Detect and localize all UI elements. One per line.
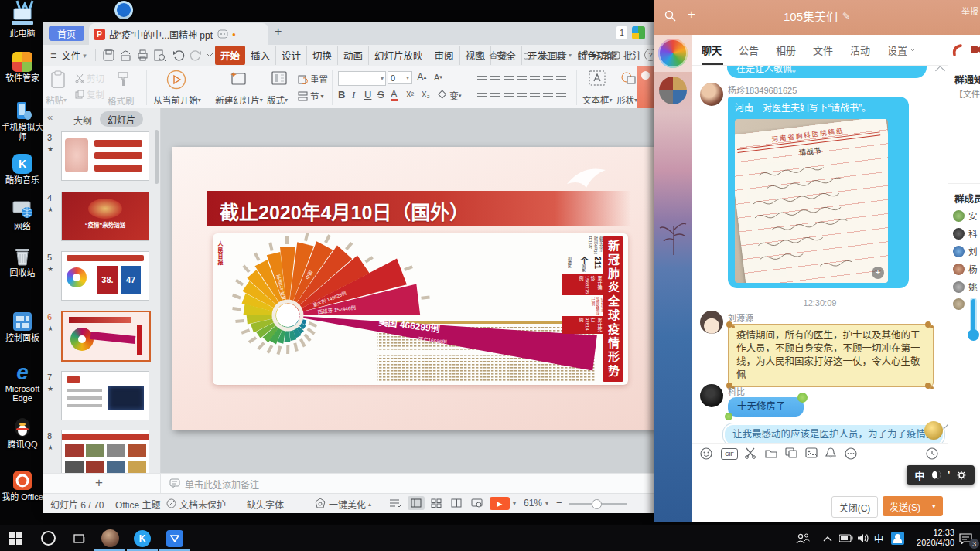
format-painter-label[interactable]: 格式刷 [108, 94, 135, 107]
textbox-icon[interactable] [589, 70, 606, 86]
voice-call-icon[interactable] [951, 43, 966, 58]
infographic-card[interactable]: 美国 466299例 死亡16686例 西班牙 152446例 意大利 1436… [213, 233, 628, 385]
screen-share-icon[interactable] [785, 447, 797, 458]
reading-view-button[interactable] [451, 498, 462, 508]
report-link[interactable]: 举报 [961, 5, 978, 17]
play-from-current-icon[interactable] [166, 70, 186, 90]
normal-view-button[interactable] [408, 496, 425, 510]
add-slide-button[interactable]: + [95, 475, 103, 491]
toolbar-more-icon[interactable] [206, 53, 213, 58]
missing-font-status[interactable]: 缺失字体 [247, 498, 284, 511]
format-painter-icon[interactable] [116, 71, 130, 87]
slide-sorter-view-button[interactable] [431, 498, 442, 508]
desktop-icon-kugou[interactable]: K 酷狗音乐 [1, 153, 44, 185]
screenshot-scissors-icon[interactable] [744, 447, 756, 459]
reset-button[interactable]: 重置 [298, 73, 328, 85]
print-icon[interactable] [137, 49, 149, 61]
new-slide-label[interactable]: 新建幻灯片▾ [214, 94, 264, 106]
collapse-panel-button[interactable]: « [47, 111, 53, 123]
play-from-current-label[interactable]: 从当前开始▾ [149, 94, 205, 106]
ribbon-tab-review[interactable]: 审阅 [429, 46, 460, 65]
send-options-caret[interactable]: ▾ [932, 502, 936, 510]
paste-icon[interactable] [50, 70, 66, 88]
task-view-button[interactable] [63, 525, 94, 551]
session-list-strip[interactable] [654, 35, 692, 522]
taskbar-app-kugou[interactable]: K [127, 525, 158, 551]
layout-label[interactable]: 版式▾ [267, 94, 288, 106]
list-align-icons-row1[interactable] [476, 71, 568, 82]
play-slideshow-button[interactable]: ▶ [490, 497, 510, 510]
find-button[interactable]: 查找... [476, 49, 515, 62]
taskbar-app-v[interactable] [159, 525, 190, 551]
slide-thumbnail-7[interactable] [61, 371, 149, 420]
outline-tab[interactable]: 大纲 [73, 114, 92, 127]
strikethrough-button[interactable]: S [377, 89, 384, 100]
font-color-button[interactable]: A [391, 89, 398, 101]
message-badge[interactable]: 1 [616, 26, 627, 39]
layout-icon[interactable] [271, 71, 287, 85]
sender-name[interactable]: 科比 [728, 385, 745, 397]
panel-scrollbar[interactable] [155, 130, 159, 184]
sender-name[interactable]: 杨珍18349681625 [728, 83, 797, 96]
avatar-kebi[interactable] [700, 384, 723, 407]
slide-thumbnail-5[interactable]: 38. 47 [61, 251, 149, 301]
action-center-button[interactable]: 3 [950, 525, 980, 551]
subscript-button[interactable]: X₂ [422, 90, 430, 99]
theme-name[interactable]: Office 主题 [115, 498, 160, 511]
wps-home-button[interactable]: 首页 [49, 26, 84, 41]
message-list[interactable]: 在是让人敬佩。 杨珍18349681625 河南一对医生夫妇写下“请战书”。 河… [692, 66, 948, 443]
document-tab[interactable]: P 战“疫”中的中...国精神 ppt ● [89, 23, 268, 45]
font-size-input[interactable]: 0 ▾ [388, 71, 412, 84]
shapes-icon[interactable] [620, 70, 637, 86]
increase-font-button[interactable]: A▴ [417, 71, 426, 83]
file-menu[interactable]: ≡ 文件 ▾ [50, 48, 87, 63]
tray-clock[interactable]: 12:33 2020/4/30 [903, 528, 954, 548]
member-row[interactable] [953, 298, 968, 310]
slide[interactable]: 截止2020年4月10日（国外） 美国 466299例 死亡16686例 西班牙… [172, 147, 654, 430]
desktop-icon-phone-simulator[interactable]: 手机模拟大师 [1, 100, 44, 141]
copy-button[interactable]: 复制 [75, 88, 104, 100]
message-bubble-yellow[interactable]: 疫情期间，所有的医生，护士以及其他的工作人员，不顾自身安危，不顾一切冲在第一线，… [728, 324, 934, 387]
video-call-icon[interactable] [971, 45, 980, 54]
redo-icon[interactable] [190, 49, 202, 61]
close-button[interactable]: 关闭(C) [831, 496, 878, 518]
text-tool-button[interactable]: 变▾ [449, 89, 462, 102]
export-icon[interactable] [120, 49, 131, 61]
zoom-caret[interactable]: ▾ [545, 500, 548, 507]
zoom-slider-knob[interactable] [592, 499, 602, 509]
ribbon-tab-insert[interactable]: 插入 [245, 46, 276, 65]
message-image-letter[interactable]: 河南省胸科医院稿纸 请战书 [735, 119, 888, 283]
gif-icon[interactable]: GIF [721, 448, 738, 460]
session-avatar-2[interactable] [659, 77, 687, 104]
desktop-icon-control-panel[interactable]: 控制面板 [1, 311, 44, 342]
paste-label[interactable]: 粘贴▾ [46, 94, 67, 106]
sticker-avatar[interactable] [924, 421, 943, 440]
panel-collapse-arrow[interactable] [935, 66, 945, 76]
sync-button[interactable]: 未同步 ▾ [524, 49, 572, 62]
underline-button[interactable]: U [364, 89, 371, 100]
cut-button[interactable]: 剪切 [75, 72, 104, 84]
ime-punctuation-button[interactable]: ’ [948, 469, 951, 481]
clear-format-icon[interactable] [437, 90, 446, 99]
beautify-side-panel-edge[interactable] [637, 66, 654, 108]
desktop-icon-edge[interactable]: e Microsoft Edge [1, 362, 44, 403]
ribbon-tab-transition[interactable]: 切换 [307, 46, 338, 65]
comment-button[interactable]: 批注 [610, 49, 642, 62]
more-tools-icon[interactable] [845, 447, 857, 460]
print-preview-icon[interactable] [154, 49, 166, 61]
message-bubble-partial-top[interactable]: 在是让人敬佩。 [727, 66, 927, 78]
ribbon-tab-animation[interactable]: 动画 [338, 46, 369, 65]
section-button[interactable]: 节▾ [298, 90, 324, 102]
collaboration-icon[interactable] [217, 29, 228, 39]
desktop-icon-software-manager[interactable]: 软件管家 [1, 51, 44, 83]
superscript-button[interactable]: X² [406, 90, 414, 99]
desktop-icon-my-office[interactable]: 我的 Office [1, 470, 44, 502]
desktop-icon-network[interactable]: 网络 [1, 199, 44, 231]
italic-button[interactable]: I [352, 89, 355, 101]
file-folder-icon[interactable] [765, 448, 777, 458]
message-history-icon[interactable] [926, 447, 938, 460]
avatar-liuyuanyuan[interactable] [700, 311, 723, 334]
slide-thumbnail-3[interactable] [61, 131, 149, 181]
member-row[interactable]: 姚 [953, 281, 978, 293]
ime-halfmoon-icon[interactable] [932, 471, 941, 479]
